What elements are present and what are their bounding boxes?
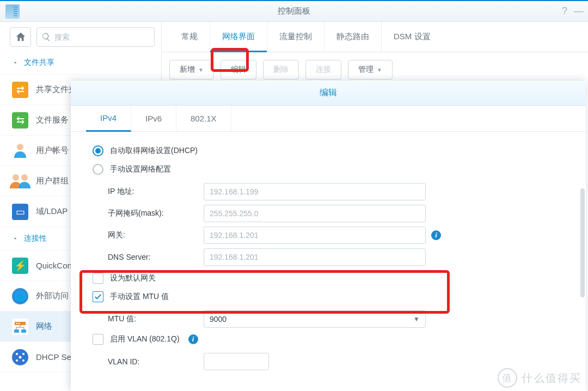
ip-input [204, 183, 426, 200]
sidebar-item-label: 网络 [36, 321, 52, 332]
row-mask: 子网掩码(mask): [108, 203, 564, 224]
group-label: 连接性 [24, 234, 47, 243]
radio-on-icon [93, 145, 103, 156]
gateway-input [204, 227, 426, 244]
checkbox-on-icon [93, 291, 103, 302]
modal-tab-ipv6[interactable]: IPv6 [131, 106, 176, 131]
modal-tab-8021x[interactable]: 802.1X [176, 106, 231, 131]
sidebar-item-label: 域/LDAP [36, 206, 68, 217]
tab-static-route[interactable]: 静态路由 [324, 22, 382, 52]
group-file-share[interactable]: 文件共享 [0, 51, 161, 75]
toolbar: 新增▼ 编辑 删除 连接 管理▼ [162, 52, 588, 80]
ldap-icon: ▭ [12, 204, 28, 220]
field-label: 网关: [108, 230, 204, 240]
group-label: 文件共享 [24, 58, 54, 68]
chevron-up-icon [12, 59, 19, 66]
mtu-select[interactable]: 9000 ▼ [204, 310, 426, 328]
checkbox-label: 设为默认网关 [110, 273, 156, 283]
minimize-icon[interactable]: — [574, 5, 584, 17]
row-ip: IP 地址: [108, 181, 564, 203]
quickconnect-icon: ⚡ [12, 258, 28, 274]
home-button[interactable] [10, 27, 31, 47]
radio-off-icon [93, 164, 103, 175]
scrollbar[interactable] [580, 188, 585, 297]
checkbox-label: 启用 VLAN (802.1Q) [110, 334, 180, 344]
radio-label: 手动设置网络配置 [110, 164, 171, 174]
edit-modal: 编辑 IPv4 IPv6 802.1X 自动取得网络设置(DHCP) 手动设置网… [71, 81, 586, 391]
radio-label: 自动取得网络设置(DHCP) [110, 146, 198, 156]
user-icon [12, 143, 28, 159]
checkbox-off-icon [93, 273, 103, 284]
checkbox-label: 手动设置 MTU 值 [110, 292, 169, 302]
checkbox-vlan-enable[interactable]: 启用 VLAN (802.1Q) i [93, 330, 564, 349]
radio-dhcp[interactable]: 自动取得网络设置(DHCP) [93, 142, 564, 160]
network-icon [12, 319, 28, 335]
svg-point-8 [22, 359, 24, 362]
help-icon[interactable]: ? [562, 5, 567, 17]
tab-dsm-settings[interactable]: DSM 设置 [382, 22, 443, 52]
sidebar-item-label: 用户帐号 [36, 145, 69, 156]
svg-rect-3 [21, 329, 26, 333]
share-folder-icon: ⇄ [12, 82, 28, 98]
checkbox-mtu-manual[interactable]: 手动设置 MTU 值 [93, 288, 564, 306]
tab-network-interface[interactable]: 网络界面 [210, 22, 267, 52]
watermark: 值 什么值得买 [498, 368, 581, 388]
connect-button: 连接 [305, 60, 341, 80]
sidebar-item-label: 文件服务 [36, 115, 69, 125]
button-label: 编辑 [231, 65, 246, 75]
watermark-icon: 值 [498, 368, 517, 388]
info-icon[interactable]: i [431, 230, 441, 240]
svg-point-5 [16, 353, 18, 355]
delete-button: 删除 [263, 60, 299, 80]
group-icon [12, 173, 28, 190]
tab-general[interactable]: 常规 [169, 22, 210, 52]
row-gateway: 网关: i [108, 224, 564, 246]
row-dns: DNS Server: [108, 246, 564, 268]
select-value: 9000 [210, 315, 226, 323]
field-label: VLAN ID: [108, 357, 204, 366]
caret-down-icon: ▼ [198, 67, 204, 73]
globe-icon: 🌐 [12, 288, 28, 304]
home-icon [15, 31, 27, 43]
caret-down-icon: ▼ [377, 67, 382, 73]
svg-point-4 [19, 356, 22, 358]
search-icon [41, 32, 51, 42]
dhcp-icon [12, 349, 28, 365]
svg-point-1 [19, 322, 20, 324]
manage-button[interactable]: 管理▼ [348, 60, 393, 80]
tab-flow-control[interactable]: 流量控制 [267, 22, 324, 52]
app-icon [5, 4, 20, 19]
row-mtu: MTU 值: 9000 ▼ [108, 308, 564, 330]
watermark-text: 什么值得买 [522, 371, 581, 386]
button-label: 删除 [273, 65, 289, 75]
field-label: IP 地址: [108, 187, 204, 197]
svg-rect-2 [14, 329, 19, 333]
chevron-up-icon [12, 235, 19, 242]
modal-tabs: IPv4 IPv6 802.1X [71, 106, 586, 132]
caret-down-icon: ▼ [413, 315, 420, 323]
search-input-wrap[interactable] [36, 27, 155, 47]
mask-input [204, 205, 426, 222]
window-title: 控制面板 [278, 6, 310, 16]
vlan-id-input [204, 353, 269, 370]
file-service-icon: ⇆ [12, 112, 28, 129]
add-button[interactable]: 新增▼ [169, 60, 214, 80]
tabs-main: 常规 网络界面 流量控制 静态路由 DSM 设置 [162, 22, 588, 52]
button-label: 管理 [358, 65, 373, 75]
button-label: 连接 [316, 65, 331, 75]
checkbox-default-gateway[interactable]: 设为默认网关 [93, 269, 564, 288]
info-icon[interactable]: i [188, 334, 198, 344]
field-label: 子网掩码(mask): [108, 209, 204, 218]
radio-manual[interactable]: 手动设置网络配置 [93, 160, 564, 179]
modal-tab-ipv4[interactable]: IPv4 [86, 106, 131, 132]
edit-button[interactable]: 编辑 [220, 60, 256, 80]
svg-point-0 [16, 322, 18, 324]
search-input[interactable] [54, 33, 150, 41]
field-label: MTU 值: [108, 314, 204, 324]
row-vlan-id: VLAN ID: [108, 351, 564, 372]
checkbox-off-icon [93, 334, 103, 345]
dns-input [204, 248, 426, 266]
svg-point-6 [22, 353, 24, 355]
button-label: 新增 [180, 65, 195, 75]
field-label: DNS Server: [108, 253, 204, 261]
